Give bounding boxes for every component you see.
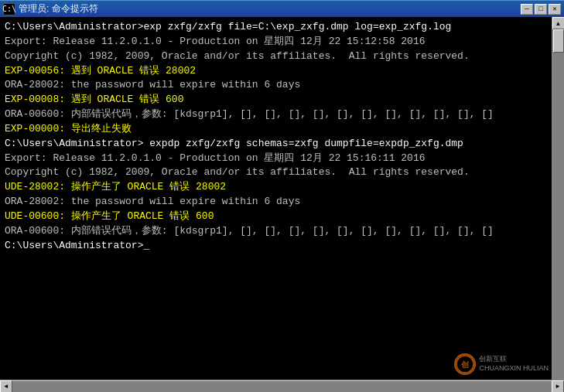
vertical-scrollbar[interactable]: ▲ ▼	[552, 17, 564, 392]
scroll-right-button[interactable]: ►	[552, 380, 564, 393]
terminal-line: C:\Users\Administrator>exp zxfg/zxfg fil…	[5, 20, 547, 35]
window-title: 管理员: 命令提示符	[19, 2, 98, 15]
close-button[interactable]: ✕	[549, 4, 561, 15]
maximize-button[interactable]: □	[535, 4, 547, 15]
title-bar-left: C:\ 管理员: 命令提示符	[3, 2, 98, 15]
terminal-line: EXP-00000: 导出终止失败	[5, 122, 547, 137]
window-controls: ─ □ ✕	[521, 4, 561, 15]
terminal-line: Copyright (c) 1982, 2009, Oracle and/or …	[5, 165, 547, 180]
terminal-line: UDE-00600: 操作产生了 ORACLE 错误 600	[5, 210, 547, 224]
terminal-line: C:\Users\Administrator> expdp zxfg/zxfg …	[5, 137, 547, 152]
terminal-output[interactable]: C:\Users\Administrator>exp zxfg/zxfg fil…	[0, 17, 552, 392]
scrollbar-track	[552, 29, 564, 380]
terminal-wrapper: C:\Users\Administrator>exp zxfg/zxfg fil…	[0, 17, 564, 392]
watermark: 创 创新互联 CHUANGXIN HULIAN	[454, 353, 549, 375]
terminal-line: ORA-00600: 内部错误代码，参数: [kdsgrp1], [], [],…	[5, 107, 547, 122]
terminal-line: ORA-28002: the password will expire with…	[5, 195, 547, 210]
minimize-button[interactable]: ─	[521, 4, 533, 15]
terminal-line: EXP-00008: 遇到 ORACLE 错误 600	[5, 93, 547, 107]
watermark-logo: 创	[454, 353, 476, 375]
horizontal-scrollbar[interactable]: ◄ ►	[0, 380, 564, 392]
terminal-line: Export: Release 11.2.0.1.0 - Production …	[5, 35, 547, 49]
terminal-icon: C:\	[3, 3, 15, 15]
scroll-left-button[interactable]: ◄	[0, 380, 12, 393]
terminal-line: ORA-28002: the password will expire with…	[5, 78, 547, 93]
scrollbar-thumb[interactable]	[553, 29, 564, 53]
terminal-line: Copyright (c) 1982, 2009, Oracle and/or …	[5, 49, 547, 64]
scroll-up-button[interactable]: ▲	[552, 17, 565, 29]
hscroll-track	[12, 381, 552, 392]
terminal-line: C:\Users\Administrator>_	[5, 239, 547, 254]
terminal-line: EXP-00056: 遇到 ORACLE 错误 28002	[5, 64, 547, 79]
watermark-text: 创新互联 CHUANGXIN HULIAN	[479, 355, 549, 373]
title-bar: C:\ 管理员: 命令提示符 ─ □ ✕	[0, 0, 564, 17]
svg-text:创: 创	[460, 360, 469, 369]
terminal-line: Export: Release 11.2.0.1.0 - Production …	[5, 152, 547, 166]
terminal-line: ORA-00600: 内部错误代码，参数: [kdsgrp1], [], [],…	[5, 224, 547, 239]
terminal-line: UDE-28002: 操作产生了 ORACLE 错误 28002	[5, 180, 547, 195]
